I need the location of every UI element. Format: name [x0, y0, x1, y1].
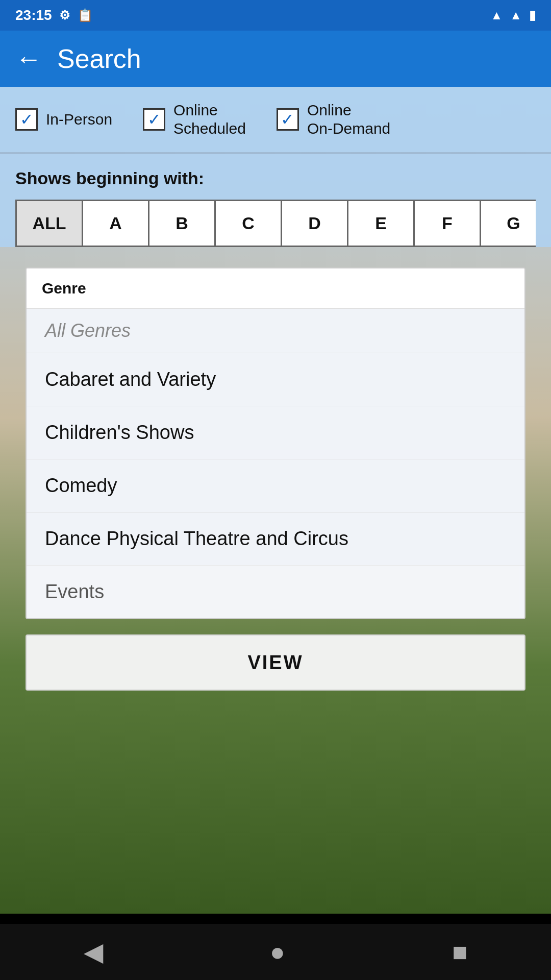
shows-section: Shows beginning with: ALLABCDEFG — [0, 154, 551, 247]
letter-btn-c[interactable]: C — [216, 201, 282, 247]
signal-icon: ▲ — [510, 8, 522, 22]
letter-btn-g[interactable]: G — [481, 201, 536, 247]
genre-item-cabaret[interactable]: Cabaret and Variety — [27, 353, 524, 406]
nav-recents-icon[interactable]: ■ — [452, 937, 467, 967]
battery-icon: ▮ — [529, 8, 536, 22]
letter-btn-all[interactable]: ALL — [17, 201, 83, 247]
status-left: 23:15 ⚙ 📋 — [15, 7, 93, 23]
view-button[interactable]: VIEW — [26, 634, 525, 691]
genre-item-events[interactable]: Events — [27, 565, 524, 618]
online-scheduled-filter[interactable]: ✓ Online Scheduled — [143, 101, 246, 138]
nav-home-icon[interactable]: ● — [270, 937, 285, 967]
nav-bar: ◀ ● ■ — [0, 924, 551, 980]
letter-btn-d[interactable]: D — [282, 201, 348, 247]
in-person-label: In-Person — [46, 110, 112, 129]
in-person-filter[interactable]: ✓ In-Person — [15, 108, 112, 131]
genre-all-genres[interactable]: All Genres — [27, 308, 524, 353]
online-scheduled-label: Online Scheduled — [173, 101, 246, 138]
status-bar: 23:15 ⚙ 📋 ▲ ▲ ▮ — [0, 0, 551, 31]
online-scheduled-checkbox[interactable]: ✓ — [143, 108, 165, 131]
letter-btn-b[interactable]: B — [149, 201, 216, 247]
genre-item-childrens[interactable]: Children's Shows — [27, 406, 524, 459]
back-button[interactable]: ← — [15, 43, 42, 74]
genre-panel: Genre All Genres Cabaret and Variety Chi… — [26, 267, 525, 619]
genre-item-comedy[interactable]: Comedy — [27, 459, 524, 512]
online-demand-checkbox[interactable]: ✓ — [277, 108, 299, 131]
status-right: ▲ ▲ ▮ — [490, 8, 536, 22]
sdcard-icon: 📋 — [78, 8, 93, 22]
app-bar: ← Search — [0, 31, 551, 87]
letter-btn-e[interactable]: E — [348, 201, 415, 247]
nav-back-icon[interactable]: ◀ — [84, 937, 103, 967]
wifi-icon: ▲ — [490, 8, 503, 22]
letter-btn-a[interactable]: A — [83, 201, 149, 247]
shows-label: Shows beginning with: — [15, 168, 536, 188]
letter-row: ALLABCDEFG — [15, 200, 536, 247]
page-title: Search — [57, 43, 141, 74]
online-demand-filter[interactable]: ✓ Online On-Demand — [277, 101, 390, 138]
genre-header: Genre — [27, 268, 524, 308]
view-btn-wrapper: VIEW — [26, 634, 525, 691]
status-time: 23:15 — [15, 7, 52, 23]
letter-btn-f[interactable]: F — [415, 201, 481, 247]
in-person-checkbox[interactable]: ✓ — [15, 108, 38, 131]
genre-item-dance[interactable]: Dance Physical Theatre and Circus — [27, 512, 524, 565]
settings-icon: ⚙ — [59, 8, 70, 22]
filter-bar: ✓ In-Person ✓ Online Scheduled ✓ Online … — [0, 87, 551, 152]
main-content: ✓ In-Person ✓ Online Scheduled ✓ Online … — [0, 87, 551, 767]
online-demand-label: Online On-Demand — [307, 101, 390, 138]
